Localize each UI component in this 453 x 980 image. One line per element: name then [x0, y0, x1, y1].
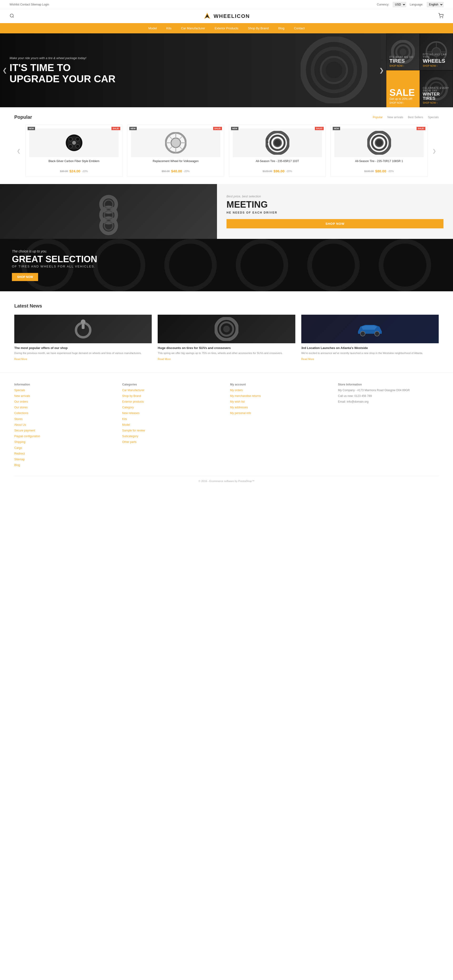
tab-popular[interactable]: Popular	[373, 116, 382, 119]
news-image-2[interactable]	[158, 315, 295, 343]
footer-sitemap[interactable]: Sitemap	[14, 457, 115, 462]
nav-kits[interactable]: Kits	[162, 23, 176, 33]
wishlist-link[interactable]: Wishlist	[10, 3, 19, 6]
product-prices-4: $100.00 $80.00 -20%	[334, 169, 424, 173]
great-selection-title: GREAT SELECTION	[12, 255, 97, 264]
footer-my-orders[interactable]: My orders	[230, 388, 331, 393]
contact-link[interactable]: Contact	[20, 3, 30, 6]
language-select[interactable]: English	[427, 2, 443, 7]
footer-about-us[interactable]: About Us	[14, 423, 115, 427]
hero-tile-wheels[interactable]: Fitting any car type WHEELS SHOP NOW ›	[420, 33, 453, 70]
news-title-1: The most popular offers of our shop	[14, 346, 152, 350]
banner-meeting-title: MEETING	[226, 200, 443, 209]
footer-cat-other-parts[interactable]: Other parts	[122, 440, 223, 444]
svg-rect-43	[266, 142, 268, 143]
news-image-1[interactable]	[14, 315, 152, 343]
product-image-2[interactable]	[131, 129, 220, 157]
footer-my-wishlist[interactable]: My wish list	[230, 399, 331, 404]
footer-my-account: My account My orders My merchandise retu…	[230, 382, 331, 469]
footer-secure-payment[interactable]: Secure payment	[14, 428, 115, 433]
nav-shop-by-brand[interactable]: Shop By Brand	[243, 23, 273, 33]
nav-model[interactable]: Model	[144, 23, 162, 33]
login-link[interactable]: Login	[42, 3, 49, 6]
footer-blog[interactable]: Blog	[14, 463, 115, 468]
svg-point-5	[442, 18, 443, 18]
hero-section: ❮ Make your ride yours with a tire & whe…	[0, 33, 453, 107]
hero-title: IT'S TIME TO UPGRADE YOUR CAR	[10, 62, 116, 84]
news-title-2: Huge discounts on tires for SUVs and cro…	[158, 346, 295, 350]
svg-point-47	[375, 139, 383, 146]
footer-cat-new-releases[interactable]: New releases	[122, 411, 223, 415]
hero-tile-sale-subtitle: Get up to 20% off!	[390, 97, 417, 100]
news-link-1[interactable]: Read More	[14, 358, 27, 360]
footer-cat-subcategory[interactable]: Subcategory	[122, 434, 223, 439]
hero-tile-winter[interactable]: Celebrate every snow day WINTER TIRES SH…	[420, 70, 453, 107]
tab-new-arrivals[interactable]: New arrivals	[388, 116, 403, 119]
footer-specials[interactable]: Specials	[14, 388, 115, 393]
sitemap-link[interactable]: Sitemap	[31, 3, 41, 6]
product-badge-sale-3: SALE!	[315, 127, 324, 130]
product-card-1: NEW SALE! Black-Silver Carbon Fiber Styl…	[25, 125, 122, 177]
footer-new-arrivals[interactable]: New arrivals	[14, 394, 115, 398]
footer-my-info[interactable]: My personal info	[230, 411, 331, 415]
banner-meeting-btn[interactable]: SHOP NOW	[226, 219, 443, 228]
hero-arrow-left[interactable]: ❮	[2, 67, 7, 74]
news-link-3[interactable]: Read More	[301, 358, 314, 360]
footer-store-phone: Call us now: 0123 456 789	[338, 394, 439, 398]
footer-our-orders[interactable]: Our orders	[14, 399, 115, 404]
currency-label: Currency:	[377, 3, 389, 6]
tab-specials[interactable]: Specials	[428, 116, 439, 119]
svg-point-66	[223, 326, 230, 332]
currency-select[interactable]: USD	[393, 2, 406, 7]
logo[interactable]: WHEELICON	[203, 12, 250, 21]
footer-collections[interactable]: Collections	[14, 411, 115, 415]
footer-stores[interactable]: Stores	[14, 417, 115, 422]
nav-contact[interactable]: Contact	[289, 23, 309, 33]
svg-point-41	[274, 139, 281, 146]
footer-cat-kits[interactable]: Kits	[122, 417, 223, 422]
banner-meeting-content: Best price, best selection MEETING HE NE…	[217, 184, 453, 239]
product-image-1[interactable]	[29, 129, 119, 157]
hero-arrow-right[interactable]: ❯	[379, 67, 384, 74]
product-old-price-1: $30.00	[60, 170, 68, 173]
carousel-arrow-left[interactable]: ❮	[14, 146, 23, 156]
search-icon[interactable]	[10, 13, 14, 19]
nav-car-manufacturer[interactable]: Car Manufacturer	[176, 23, 210, 33]
product-image-3[interactable]	[233, 129, 322, 157]
banner-meeting: Best price, best selection MEETING HE NE…	[0, 184, 453, 239]
news-image-3[interactable]	[301, 315, 439, 343]
product-prices-3: $120.00 $96.00 -20%	[233, 169, 322, 173]
news-desc-1: During the previous month, we have exper…	[14, 351, 152, 355]
product-image-4[interactable]	[334, 129, 424, 157]
nav-exterior-products[interactable]: Exterior Products	[210, 23, 243, 33]
footer-paypal[interactable]: Paypal configuration	[14, 434, 115, 439]
footer-cat-model[interactable]: Model	[122, 423, 223, 427]
hero-tile-sale-title: SALE	[390, 88, 417, 97]
hero-tile-sale-link[interactable]: SHOP NOW ›	[390, 102, 417, 104]
carousel-arrow-right[interactable]: ❯	[430, 146, 439, 156]
footer-my-addresses[interactable]: My addresses	[230, 405, 331, 410]
nav-blog[interactable]: Blog	[273, 23, 289, 33]
hero-tile-tires[interactable]: It's what we do TIRES SHOP NOW ›	[386, 33, 420, 70]
hero-tile-sale[interactable]: SALE Get up to 20% off! SHOP NOW ›	[386, 70, 420, 107]
footer-cargo[interactable]: Cargo	[14, 446, 115, 450]
tab-best-sellers[interactable]: Best Sellers	[408, 116, 423, 119]
product-badge-sale-1: SALE!	[111, 127, 120, 130]
footer-redirect[interactable]: Redirect	[14, 452, 115, 456]
footer-my-returns[interactable]: My merchandise returns	[230, 394, 331, 398]
footer-cat-shop-by-brand[interactable]: Shop by Brand	[122, 394, 223, 398]
footer-store-address: My Company - #173 Marmora Road Glasgow D…	[338, 388, 439, 393]
great-selection-btn[interactable]: SHOP NOW	[12, 273, 38, 281]
footer-cat-category[interactable]: Category	[122, 405, 223, 410]
popular-header: Popular Popular New arrivals Best Seller…	[14, 115, 439, 120]
products-carousel: ❮ NEW SALE! Black-Silver	[14, 125, 439, 177]
footer-cat-sample[interactable]: Sample for review	[122, 428, 223, 433]
footer-cat-exterior[interactable]: Exterior products	[122, 399, 223, 404]
products-list: NEW SALE! Black-Silver Carbon Fiber Styl…	[25, 125, 428, 177]
footer-shipping[interactable]: Shipping	[14, 440, 115, 444]
news-link-2[interactable]: Read More	[158, 358, 171, 360]
great-selection: The choice is up to you. GREAT SELECTION…	[0, 239, 453, 291]
cart-icon[interactable]	[438, 13, 443, 19]
footer-cat-car-manufacturer[interactable]: Car Manufacturer	[122, 388, 223, 393]
footer-our-stores[interactable]: Our stores	[14, 405, 115, 410]
